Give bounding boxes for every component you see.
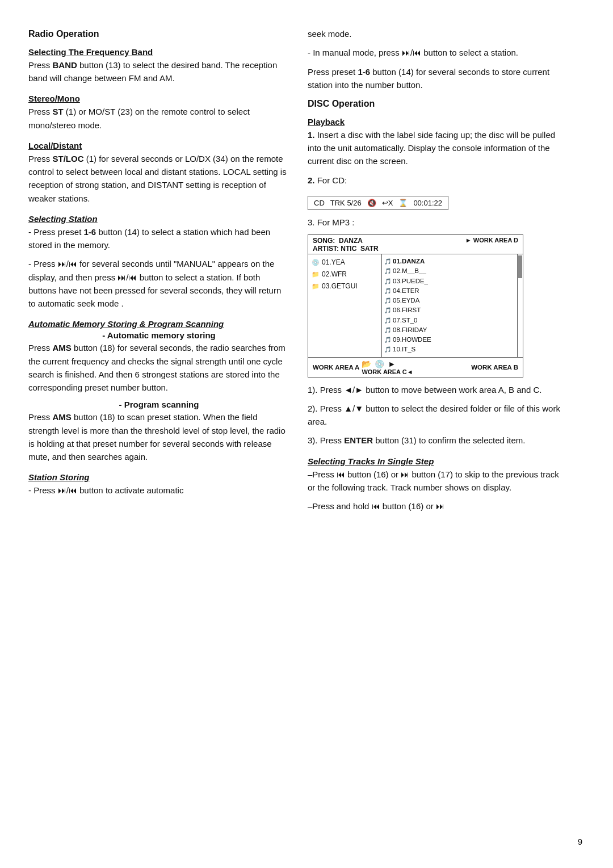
- mp3-note-1: 1). Press ◄/► button to move between wor…: [308, 383, 569, 396]
- mp3-folder-icon-3: 📁: [312, 282, 320, 292]
- section-local-distant: Local/Distant Press ST/LOC (1) for sever…: [28, 141, 289, 205]
- frequency-band-title: Selecting The Frequency Band: [28, 47, 289, 57]
- mp3-scrollbar: [517, 254, 523, 357]
- station-storing-body: - Press ⏭/⏮ button to activate automatic: [28, 484, 289, 497]
- mp3-artist: ARTIST: NTIC SATR: [313, 245, 379, 253]
- mp3-left-item-3: 📁 03.GETGUI: [308, 280, 381, 292]
- cd-track: TRK 5/26: [330, 199, 362, 207]
- mp3-track-5: 🎵 05.EYDA: [384, 296, 515, 305]
- section-frequency-band: Selecting The Frequency Band Press BAND …: [28, 47, 289, 85]
- stereo-mono-body: Press ST (1) or MO/ST (23) on the remote…: [28, 105, 289, 132]
- local-distant-body: Press ST/LOC (1) for several seconds or …: [28, 152, 289, 205]
- mp3-track-icon-8: 🎵: [384, 326, 391, 334]
- mp3-track-icon-4: 🎵: [384, 287, 391, 295]
- selecting-tracks-body-1: –Press ⏮ button (16) or ⏭ button (17) to…: [308, 468, 569, 494]
- mp3-track-10-name: 10.IT_S: [393, 345, 415, 354]
- mp3-work-area-d: ► WORK AREA D: [465, 237, 518, 253]
- mp3-right-panel: 🎵 01.DANZA 🎵 02.M__B__ 🎵 03.PUEDE_: [382, 254, 523, 357]
- section-stereo-mono: Stereo/Mono Press ST (1) or MO/ST (23) o…: [28, 94, 289, 132]
- mp3-track-icon-2: 🎵: [384, 267, 391, 275]
- mp3-bottom-icon-folder: 📂: [362, 359, 371, 368]
- selecting-station-body-1: - Press preset 1-6 button (14) to select…: [28, 225, 289, 252]
- selecting-tracks-body-2: –Press and hold ⏮ button (16) or ⏭: [308, 500, 569, 513]
- cd-time: 00:01:22: [413, 199, 442, 207]
- mp3-track-6-name: 06.FIRST: [393, 305, 421, 315]
- auto-memory-storing-title: - Automatic memory storing: [28, 330, 289, 340]
- disc-operation-title: DISC Operation: [308, 97, 569, 111]
- mp3-track-3-name: 03.PUEDE_: [393, 276, 428, 286]
- section-selecting-tracks: Selecting Tracks In Single Step –Press ⏮…: [308, 456, 569, 513]
- mp3-track-4-name: 04.ETER: [393, 286, 419, 296]
- mp3-track-5-name: 05.EYDA: [393, 296, 419, 305]
- mp3-track-icon-5: 🎵: [384, 296, 391, 305]
- station-storing-title: Station Storing: [28, 472, 289, 482]
- mp3-track-icon-6: 🎵: [384, 306, 391, 315]
- mp3-note-3: 3). Press ENTER button (31) to confirm t…: [308, 434, 569, 447]
- page-content: Radio Operation Selecting The Frequency …: [0, 0, 613, 549]
- mp3-track-1-name: 01.DANZA: [393, 257, 425, 266]
- cd-repeat-icon: ↩X: [382, 199, 393, 207]
- mp3-song: SONG: DANZA: [313, 237, 379, 245]
- mp3-scroll-thumb: [518, 255, 522, 278]
- mp3-track-9: 🎵 09.HOWDEE: [384, 335, 515, 345]
- radio-operation-title: Radio Operation: [28, 27, 289, 41]
- selecting-tracks-title: Selecting Tracks In Single Step: [308, 456, 569, 466]
- mp3-track-2-name: 02.M__B__: [393, 266, 426, 276]
- mp3-track-7-name: 07.ST_0: [393, 316, 417, 325]
- mp3-content-area: 💿 01.YEA 📁 02.WFR 📁 03.GETGUI: [308, 254, 523, 357]
- mp3-display: SONG: DANZA ARTIST: NTIC SATR ► WORK ARE…: [308, 234, 523, 378]
- mp3-bottom-icon-play: ►: [388, 359, 396, 368]
- preset-text: Press preset 1-6 button (14) for several…: [308, 65, 569, 92]
- mp3-left-item-3-text: 03.GETGUI: [322, 281, 358, 292]
- mp3-disc-icon-1: 💿: [312, 258, 320, 268]
- playback-step2-label: 2. For CD:: [308, 174, 569, 187]
- cd-mute-icon: 🔇: [367, 199, 376, 207]
- section-playback: Playback 1. Insert a disc with the label…: [308, 117, 569, 447]
- mp3-track-icon-1: 🎵: [384, 257, 391, 266]
- mp3-track-7: 🎵 07.ST_0: [384, 316, 515, 325]
- cd-label: CD: [314, 199, 325, 207]
- mp3-left-item-2: 📁 02.WFR: [308, 269, 381, 280]
- playback-step3-label: 3. For MP3 :: [308, 216, 569, 229]
- mp3-track-6: 🎵 06.FIRST: [384, 305, 515, 315]
- mp3-track-2: 🎵 02.M__B__: [384, 266, 515, 276]
- automatic-memory-title: Automatic Memory Storing & Program Scann…: [28, 319, 289, 329]
- section-automatic-memory: Automatic Memory Storing & Program Scann…: [28, 319, 289, 463]
- mp3-song-artist: SONG: DANZA ARTIST: NTIC SATR: [313, 237, 379, 253]
- mp3-top-bar: SONG: DANZA ARTIST: NTIC SATR ► WORK ARE…: [308, 235, 523, 254]
- mp3-bottom-icons: 📂 💿 ►: [362, 359, 396, 368]
- cd-clock-icon: ⌛: [398, 199, 408, 207]
- local-distant-title: Local/Distant: [28, 141, 289, 150]
- mp3-left-panel: 💿 01.YEA 📁 02.WFR 📁 03.GETGUI: [308, 254, 382, 357]
- mp3-track-1: 🎵 01.DANZA: [384, 257, 515, 266]
- mp3-work-area-c: WORK AREA C◄: [362, 368, 413, 375]
- mp3-folder-icon-2: 📁: [312, 270, 320, 280]
- page-number: 9: [578, 837, 582, 846]
- mp3-track-10: 🎵 10.IT_S: [384, 345, 515, 354]
- mp3-left-item-1: 💿 01.YEA: [308, 257, 381, 269]
- mp3-track-3: 🎵 03.PUEDE_: [384, 276, 515, 286]
- mp3-work-area-b: WORK AREA B: [471, 364, 518, 371]
- selecting-station-body-2: - Press ⏭/⏮ for several seconds until "M…: [28, 257, 289, 310]
- mp3-bottom-icon-disc: 💿: [375, 359, 384, 368]
- manual-mode-text: - In manual mode, press ⏭/⏮ button to se…: [308, 46, 569, 59]
- mp3-track-8-name: 08.FIRIDAY: [393, 325, 427, 335]
- mp3-track-icon-9: 🎵: [384, 336, 391, 344]
- program-scanning-title: - Program scanning: [28, 400, 289, 409]
- seek-mode-text: seek mode.: [308, 27, 569, 40]
- mp3-note-2: 2). Press ▲/▼ button to select the desir…: [308, 402, 569, 429]
- stereo-mono-title: Stereo/Mono: [28, 94, 289, 103]
- mp3-work-area-a: WORK AREA A: [313, 364, 359, 371]
- playback-step1: 1. Insert a disc with the label side fac…: [308, 128, 569, 168]
- mp3-left-item-1-text: 01.YEA: [322, 257, 345, 268]
- mp3-track-8: 🎵 08.FIRIDAY: [384, 325, 515, 335]
- cd-display: CD TRK 5/26 🔇 ↩X ⌛ 00:01:22: [308, 196, 448, 210]
- right-column: seek mode. - In manual mode, press ⏭/⏮ b…: [308, 27, 569, 522]
- section-selecting-station: Selecting Station - Press preset 1-6 but…: [28, 214, 289, 311]
- playback-title: Playback: [308, 117, 569, 127]
- mp3-track-icon-10: 🎵: [384, 345, 391, 354]
- mp3-track-4: 🎵 04.ETER: [384, 286, 515, 296]
- mp3-track-icon-3: 🎵: [384, 277, 391, 286]
- section-station-storing: Station Storing - Press ⏭/⏮ button to ac…: [28, 472, 289, 497]
- left-column: Radio Operation Selecting The Frequency …: [28, 27, 289, 522]
